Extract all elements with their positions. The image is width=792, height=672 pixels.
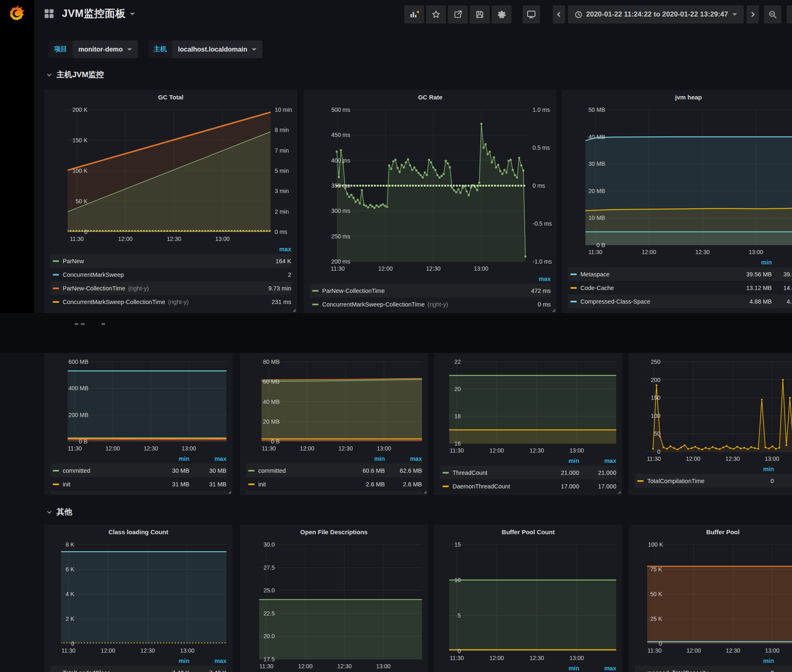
legend-series-name: mapped_TotalCapacity bbox=[647, 670, 708, 672]
time-series-chart[interactable]: 22201816 bbox=[434, 356, 622, 447]
x-axis-tick-label: 11:30 bbox=[588, 249, 602, 255]
save-button[interactable] bbox=[470, 5, 490, 24]
legend-series-name: ConcurrentMarkSweep-CollectionTime bbox=[322, 301, 424, 308]
legend-stat-header[interactable]: min bbox=[152, 658, 189, 664]
legend-stat-value: 17.000 bbox=[579, 483, 616, 490]
legend-series-item[interactable]: max556 MB556 MB bbox=[50, 491, 226, 494]
grafana-logo[interactable] bbox=[7, 3, 26, 22]
legend-stat-header[interactable]: max bbox=[774, 658, 792, 664]
legend-stat-value: 14.80 MB bbox=[772, 285, 792, 291]
panel-title[interactable]: jvm heap bbox=[562, 90, 792, 104]
legend-stat-header[interactable]: max bbox=[254, 246, 291, 252]
legend-series-item[interactable]: committed30 MB30 MB bbox=[50, 464, 226, 477]
panel-resize-handle[interactable] bbox=[228, 490, 231, 494]
variable-host-value[interactable]: localhost.localdomain bbox=[172, 40, 262, 58]
legend-series-item[interactable]: ThreadCount21.00021.000 bbox=[440, 466, 616, 479]
row-header-jvm[interactable]: 主机JVM监控 bbox=[46, 69, 104, 80]
panel-resize-handle[interactable] bbox=[423, 490, 427, 494]
time-series-chart[interactable]: 151050 bbox=[434, 539, 622, 654]
share-button[interactable] bbox=[448, 5, 468, 24]
legend-series-item[interactable]: init31 MB31 MB bbox=[50, 477, 226, 491]
legend-stat-header[interactable]: min bbox=[152, 455, 189, 462]
y-axis-tick-label: 20.0 bbox=[260, 633, 275, 639]
time-series-chart[interactable]: 100 K75 K50 K25 K0 bbox=[629, 539, 792, 647]
legend-stat-header[interactable]: max bbox=[772, 259, 792, 266]
legend-series-item[interactable]: Compressed-Class-Space4.88 MB4.88 MB bbox=[568, 295, 792, 308]
legend-series-item[interactable]: DaemonThreadCount17.00017.000 bbox=[440, 479, 616, 493]
legend-stat-header[interactable]: min bbox=[348, 455, 385, 462]
legend-series-item[interactable]: used62.6 MB62.6 MB bbox=[246, 491, 422, 494]
legend-stat-value: 21.000 bbox=[542, 469, 579, 476]
panel-resize-handle[interactable] bbox=[618, 490, 621, 494]
time-series-chart[interactable]: 8 K6 K4 K2 K0 bbox=[45, 539, 232, 647]
panel-title[interactable]: Open File Descriptions bbox=[240, 525, 428, 539]
x-axis-tick-label: 11:30 bbox=[450, 655, 464, 661]
x-axis-tick-label: 11:30 bbox=[647, 455, 661, 462]
legend-series-item[interactable]: TotalCompilationTime00 bbox=[635, 474, 792, 488]
star-button[interactable] bbox=[426, 5, 446, 24]
legend-series-item[interactable]: Code-Cache13.12 MB14.80 MB bbox=[568, 281, 792, 295]
time-series-chart[interactable]: 500 ms450 ms400 ms350 ms300 ms250 ms200 … bbox=[304, 104, 556, 265]
legend-series-item[interactable]: ParNew-CollectionTime(right-y)9.73 min bbox=[50, 281, 291, 295]
legend-series-item[interactable]: init2.6 MB2.6 MB bbox=[246, 477, 422, 491]
x-axis-tick-label: 11:30 bbox=[61, 647, 75, 654]
legend-stat-header[interactable]: max bbox=[189, 658, 226, 664]
settings-gear-icon[interactable] bbox=[492, 5, 512, 24]
panel-title[interactable]: Class loading Count bbox=[45, 525, 232, 539]
time-series-chart[interactable]: 50 MB40 MB30 MB20 MB10 MB0 B bbox=[562, 104, 792, 248]
legend-stat-header[interactable]: max bbox=[774, 466, 792, 472]
cycle-view-tv-icon[interactable] bbox=[523, 5, 540, 24]
legend-stat-header[interactable]: max bbox=[189, 455, 226, 462]
y-axis-tick-label: 80 MB bbox=[262, 358, 280, 365]
time-series-chart[interactable]: 200 K150 K100 K50 K010 min8 min7 min5 mi… bbox=[45, 104, 297, 235]
add-panel-button[interactable] bbox=[404, 5, 424, 24]
legend-axis-suffix: (right-y) bbox=[168, 299, 189, 305]
legend-stat-value: 2 bbox=[254, 271, 291, 278]
row-header-other[interactable]: 其他 bbox=[46, 507, 72, 517]
y-axis-tick-label: 0 B bbox=[262, 438, 280, 445]
variable-project[interactable]: 项目 monitor-demo bbox=[49, 40, 138, 58]
legend-series-item[interactable]: Metaspace39.56 MB39.98 MB bbox=[568, 267, 792, 281]
panel-resize-handle[interactable] bbox=[552, 309, 555, 312]
time-range-picker[interactable]: 2020-01-22 11:24:22 to 2020-01-22 13:29:… bbox=[568, 5, 744, 24]
refresh-button[interactable] bbox=[787, 5, 792, 24]
time-series-chart[interactable]: 80 MB60 MB40 MB20 MB0 B bbox=[240, 356, 428, 445]
legend-stat-header[interactable]: max bbox=[579, 665, 616, 672]
variable-host[interactable]: 主机 localhost.localdomain bbox=[148, 40, 262, 58]
legend-series-item[interactable]: mapped_TotalCapacity00 bbox=[635, 666, 792, 672]
panel-title[interactable]: Buffer Pool Count bbox=[434, 525, 622, 539]
legend-stat-header[interactable]: min bbox=[737, 466, 774, 472]
legend-stat-header[interactable]: min bbox=[542, 457, 579, 464]
legend-stat-header[interactable]: max bbox=[385, 455, 422, 462]
time-series-chart[interactable]: 250200150100500 bbox=[629, 356, 792, 455]
variable-project-value[interactable]: monitor-demo bbox=[73, 40, 138, 58]
legend-stat-header[interactable]: min bbox=[542, 665, 579, 672]
legend-series-item[interactable]: ParNew164 K bbox=[50, 254, 291, 268]
legend-series-swatch bbox=[53, 483, 59, 485]
panel-title[interactable]: GC Rate bbox=[304, 90, 556, 104]
y-axis-tick-label: 27.5 bbox=[260, 564, 275, 571]
dashboard-squares-icon[interactable] bbox=[44, 8, 54, 19]
legend-series-item[interactable]: ParNew-CollectionTime472 ms bbox=[310, 284, 551, 297]
legend-series-item[interactable]: ConcurrentMarkSweep-CollectionTime(right… bbox=[310, 297, 551, 311]
legend-series-item[interactable]: TotalLoadedClass7.42 K7.42 K bbox=[50, 666, 226, 672]
legend-series-item[interactable]: ConcurrentMarkSweep2 bbox=[50, 268, 291, 281]
clipped-text-fragment bbox=[81, 323, 85, 325]
legend-stat-header[interactable]: max bbox=[514, 276, 551, 282]
legend-series-name: Compressed-Class-Space bbox=[580, 298, 650, 305]
legend-series-item[interactable]: committed60.6 MB62.6 MB bbox=[246, 464, 422, 477]
panel-resize-handle[interactable] bbox=[292, 309, 296, 312]
legend-stat-header[interactable]: min bbox=[737, 658, 774, 664]
legend-stat-header[interactable]: min bbox=[735, 259, 772, 266]
time-forward-button[interactable] bbox=[747, 5, 759, 24]
zoom-out-button[interactable] bbox=[764, 5, 781, 24]
legend-series-item[interactable]: ConcurrentMarkSweep-CollectionTime(right… bbox=[50, 295, 291, 309]
time-back-button[interactable] bbox=[553, 5, 565, 24]
time-series-chart[interactable]: 600 MB400 MB200 MB0 B bbox=[45, 356, 232, 445]
legend-stat-header[interactable]: max bbox=[579, 457, 616, 464]
legend-header: minmax bbox=[440, 456, 616, 466]
panel-title[interactable]: GC Total bbox=[45, 90, 297, 104]
panel-title[interactable]: Buffer Pool bbox=[629, 525, 792, 539]
time-series-chart[interactable]: 30.027.525.022.520.017.5 bbox=[240, 539, 428, 663]
dashboard-title[interactable]: JVM监控面板 bbox=[62, 7, 135, 20]
